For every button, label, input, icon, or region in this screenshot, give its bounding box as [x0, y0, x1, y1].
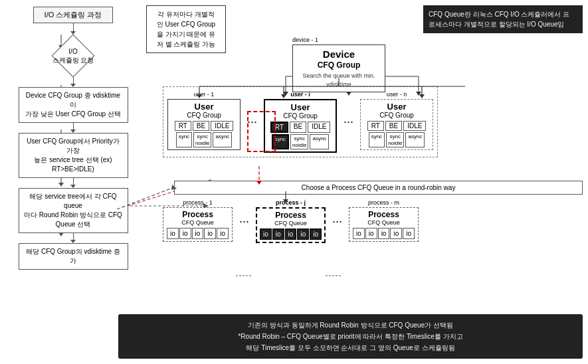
pm-io5: io	[403, 228, 415, 239]
bottom-line3: 해당 Timeslice를 모두 소모하면 순서대로 그 옆의 Queue로 스…	[126, 342, 575, 353]
useri-title: User	[267, 102, 334, 112]
process-groups-row: process - 1 Process CFQ Queue io io io i…	[163, 199, 419, 243]
user-group-i: user - i User CFQ Group RT BE IDLE sync …	[264, 91, 337, 153]
flow-step1: Device CFQ Group 중 vdisktime이 가장 낮은 User…	[19, 87, 128, 123]
dots-2: ···	[343, 115, 353, 129]
user1-box: User CFQ Group RT BE IDLE sync syncnoidl…	[167, 99, 241, 150]
process1-box: Process CFQ Queue io io io io io	[163, 207, 233, 242]
bottom-note: 기존의 방식과 동일하게 Round Robin 방식으로 CFQ Queue가…	[118, 314, 583, 359]
useri-label: user - i	[290, 91, 310, 98]
diamond-label: I/O 스케쥴링 요청	[50, 47, 96, 64]
process1-label: process - 1	[183, 199, 213, 206]
user-groups-container: user - 1 User CFQ Group RT BE IDLE sync …	[163, 86, 438, 157]
usern-syncn: syncnoidle	[386, 132, 404, 147]
processm-box: Process CFQ Queue io io io io io	[349, 207, 419, 242]
processj-box: Process CFQ Queue io io io io io	[256, 207, 326, 243]
user1-sync: sync	[176, 132, 192, 147]
pm-io2: io	[365, 228, 377, 239]
bottom-line2: *Round Robin – CFQ Queue별로 priorit에 따라서 …	[126, 331, 575, 342]
usern-async: async	[405, 132, 425, 147]
user1-idle: IDLE	[211, 121, 233, 131]
user1-be: BE	[193, 121, 209, 131]
pj-io5: io	[310, 228, 322, 240]
flow-step3: 해당 service tree에서 각 CFQ queue 마다 Round R…	[19, 188, 128, 233]
useri-box: User CFQ Group RT BE IDLE sync syncnoidl…	[264, 99, 337, 153]
processm-sub: CFQ Queue	[351, 219, 416, 226]
p1-io2: io	[179, 228, 191, 239]
note-left-box: 각 유저마다 개별적 인 User CFQ Group 을 가지기 때문에 유 …	[146, 5, 226, 53]
flow-step4: 해당 CFQ Group의 vdisktime 증가	[19, 243, 128, 270]
process1-sub: CFQ Queue	[165, 219, 230, 226]
process1-title: Process	[165, 210, 230, 219]
processj-label: process - j	[276, 199, 306, 206]
pm-io1: io	[353, 228, 365, 239]
user1-sub: CFQ Group	[170, 112, 238, 119]
useri-sub: CFQ Group	[267, 112, 334, 120]
flow-step2: User CFQ Group에서 Priority가 가장 높은 service…	[19, 133, 128, 178]
device-subtitle: CFQ Group	[298, 60, 379, 70]
usern-box: User CFQ Group RT BE IDLE sync syncnoidl…	[360, 99, 433, 150]
flowchart-title: I/O 스케쥴링 과정	[33, 7, 113, 23]
pm-io3: io	[378, 228, 390, 239]
dots-p2: ···	[332, 215, 342, 228]
usern-be: BE	[385, 121, 402, 131]
flowchart: I/O 스케쥴링 과정 I/O 스케쥴링 요청 Device CFQ Group…	[7, 7, 140, 270]
rr-banner: Choose a Process CFQ Queue in a round-ro…	[174, 181, 583, 195]
usern-sub: CFQ Group	[363, 112, 431, 119]
processm-title: Process	[351, 210, 416, 219]
bottom-line1: 기존의 방식과 동일하게 Round Robin 방식으로 CFQ Queue가…	[126, 319, 575, 331]
user1-title: User	[170, 102, 238, 112]
process-group-j: process - j Process CFQ Queue io io io i…	[256, 199, 326, 243]
dots-1: ···	[247, 115, 257, 129]
useri-async: async	[310, 134, 329, 149]
useri-rt: RT	[270, 122, 288, 133]
p1-io4: io	[204, 228, 216, 239]
note-right-box: CFQ Queue란 리눅스 CFQ I/O 스케쥴러에서 프 로세스마다 개별…	[423, 5, 583, 33]
p1-io5: io	[217, 228, 229, 239]
usern-idle: IDLE	[403, 121, 426, 131]
note-right-text: CFQ Queue란 리눅스 CFQ I/O 스케쥴러에서 프 로세스마다 개별…	[429, 11, 569, 28]
user-group-1: user - 1 User CFQ Group RT BE IDLE sync …	[167, 91, 241, 150]
pj-io1: io	[260, 228, 272, 240]
pj-io3: io	[285, 228, 297, 240]
process-group-m: process - m Process CFQ Queue io io io i…	[349, 199, 419, 242]
device-box: Device CFQ Group Search the queue with m…	[292, 45, 385, 92]
usern-rt: RT	[367, 121, 384, 131]
usern-sync: sync	[369, 132, 385, 147]
pm-io4: io	[390, 228, 402, 239]
user1-rt: RT	[175, 121, 191, 131]
dots-p1: ···	[239, 215, 249, 228]
useri-be: BE	[290, 122, 306, 133]
p1-io3: io	[192, 228, 204, 239]
usern-title: User	[363, 102, 431, 112]
pj-io4: io	[297, 228, 309, 240]
processm-label: process - m	[368, 199, 399, 206]
processj-sub: CFQ Queue	[259, 220, 322, 227]
user-group-n: user - n User CFQ Group RT BE IDLE sync …	[360, 91, 433, 150]
main-container: 각 유저마다 개별적 인 User CFQ Group 을 가지기 때문에 유 …	[0, 0, 588, 364]
useri-syncn: syncnoidle	[290, 134, 308, 149]
useri-sync: sync	[272, 134, 289, 149]
user1-syncn: syncnoidle	[193, 132, 211, 147]
device-group: device - 1 Device CFQ Group Search the q…	[292, 37, 385, 92]
processj-title: Process	[259, 211, 322, 220]
p1-io1: io	[167, 228, 179, 239]
user1-label: user - 1	[194, 91, 215, 98]
user1-async: async	[213, 132, 232, 147]
usern-label: user - n	[387, 91, 407, 98]
pj-io2: io	[272, 228, 284, 240]
note-left-text: 각 유저마다 개별적 인 User CFQ Group 을 가지기 때문에 유 …	[157, 11, 215, 48]
device-label-top: device - 1	[292, 37, 385, 43]
device-title: Device	[298, 48, 379, 60]
useri-idle: IDLE	[308, 122, 330, 133]
process-group-1: process - 1 Process CFQ Queue io io io i…	[163, 199, 233, 242]
